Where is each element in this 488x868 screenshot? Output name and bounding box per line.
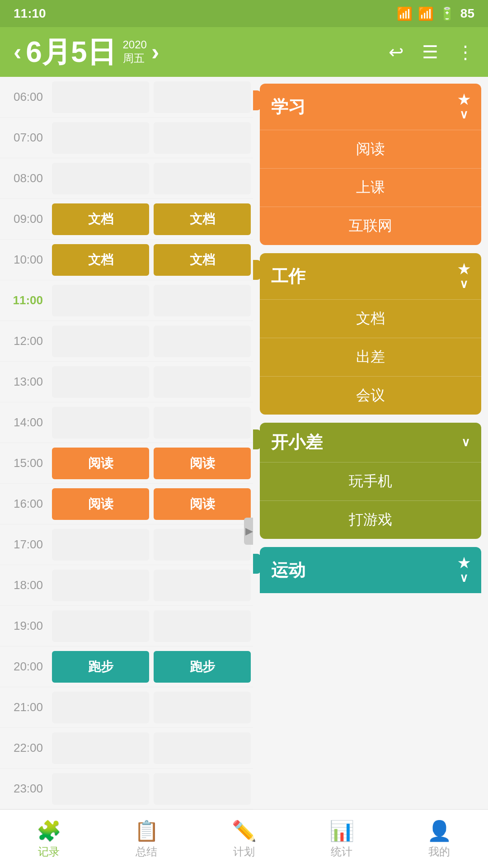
category-item[interactable]: 文档 [260, 299, 481, 338]
time-col2[interactable] [154, 773, 251, 805]
time-row: 08:00 [0, 158, 253, 199]
scroll-arrow[interactable]: ▶▶ [244, 518, 253, 545]
time-col2[interactable] [154, 122, 251, 154]
time-col1[interactable] [52, 163, 149, 194]
time-col1[interactable] [52, 529, 149, 561]
star-icon[interactable]: ★ [458, 261, 470, 277]
time-label: 12:00 [0, 334, 50, 348]
nav-item-record[interactable]: 🧩记录 [0, 819, 98, 859]
time-col2[interactable] [154, 163, 251, 194]
category-item[interactable]: 打游戏 [260, 500, 481, 539]
time-row: 15:00阅读阅读 [0, 443, 253, 484]
nav-label-summary: 总结 [136, 844, 157, 859]
menu-icon[interactable]: ☰ [422, 42, 438, 62]
time-col2[interactable]: 文档 [154, 203, 251, 235]
time-row: 13:00 [0, 362, 253, 402]
time-col2[interactable]: 阅读 [154, 448, 251, 479]
more-icon[interactable]: ⋮ [456, 42, 474, 62]
time-col1[interactable] [52, 326, 149, 357]
nav-item-profile[interactable]: 👤我的 [390, 819, 488, 859]
category-items: 玩手机打游戏 [260, 462, 481, 539]
time-label: 07:00 [0, 131, 50, 145]
time-col1[interactable]: 阅读 [52, 488, 149, 520]
category-header-slack[interactable]: 开小差∨ [260, 423, 481, 462]
category-name: 开小差 [271, 431, 323, 454]
category-item[interactable]: 互联网 [260, 207, 481, 245]
time-label: 15:00 [0, 456, 50, 470]
time-col1[interactable] [52, 732, 149, 764]
signal-icon: 📶 [418, 6, 434, 21]
year-week: 2020 周五 [123, 38, 147, 66]
time-row: 07:00 [0, 118, 253, 158]
calendar-side: 06:0007:0008:0009:00文档文档10:00文档文档11:0012… [0, 77, 253, 809]
header: ‹ 6月5日 2020 周五 › ↩ ☰ ⋮ [0, 27, 488, 77]
time-col1[interactable] [52, 773, 149, 805]
app-wrapper: 11:10 📶 📶 🔋 85 ‹ 6月5日 2020 周五 › ↩ ☰ ⋮ [0, 0, 488, 868]
time-col2[interactable] [154, 81, 251, 113]
category-header-work[interactable]: 工作★∨ [260, 253, 481, 299]
time-col1[interactable] [52, 285, 149, 316]
nav-label-profile: 我的 [428, 844, 450, 859]
nav-icon-stats: 📊 [329, 819, 354, 843]
time-col2[interactable] [154, 570, 251, 601]
time-col1[interactable] [52, 122, 149, 154]
category-item[interactable]: 玩手机 [260, 462, 481, 500]
time-row: 16:00阅读阅读 [0, 484, 253, 524]
time-row: 06:00 [0, 77, 253, 118]
time-row: 19:00 [0, 606, 253, 646]
time-col2[interactable]: 阅读 [154, 488, 251, 520]
time-col2[interactable]: 文档 [154, 244, 251, 276]
time-col1[interactable] [52, 610, 149, 642]
time-col1[interactable] [52, 81, 149, 113]
time-col2[interactable] [154, 407, 251, 439]
nav-icon-record: 🧩 [37, 819, 61, 843]
time-col2[interactable] [154, 529, 251, 561]
chevron-down-icon[interactable]: ∨ [460, 571, 468, 585]
time-col1[interactable] [52, 692, 149, 723]
time-col1[interactable]: 阅读 [52, 448, 149, 479]
category-item[interactable]: 阅读 [260, 130, 481, 168]
time-col2[interactable] [154, 692, 251, 723]
category-item[interactable]: 上课 [260, 168, 481, 207]
time-col1[interactable] [52, 407, 149, 439]
chevron-down-icon[interactable]: ∨ [460, 277, 468, 291]
time-col1[interactable] [52, 366, 149, 398]
category-item[interactable]: 会议 [260, 376, 481, 415]
time-col1[interactable]: 文档 [52, 203, 149, 235]
nav-item-plan[interactable]: ✏️计划 [195, 819, 293, 859]
nav-item-summary[interactable]: 📋总结 [98, 819, 195, 859]
time-label: 06:00 [0, 90, 50, 104]
time-col2[interactable] [154, 326, 251, 357]
time-row: 21:00 [0, 687, 253, 728]
header-icons: ↩ ☰ ⋮ [389, 42, 474, 62]
category-header-icons: ★∨ [458, 92, 470, 122]
time-label: 16:00 [0, 497, 50, 511]
time-col2[interactable] [154, 732, 251, 764]
category-header-exercise[interactable]: 运动★∨ [260, 547, 481, 593]
time-col2[interactable] [154, 366, 251, 398]
time-row: 17:00 [0, 524, 253, 565]
category-item[interactable]: 出差 [260, 338, 481, 376]
nav-label-stats: 统计 [331, 844, 352, 859]
time-label: 17:00 [0, 538, 50, 552]
time-col1[interactable]: 跑步 [52, 651, 149, 683]
star-icon[interactable]: ★ [458, 555, 470, 571]
star-icon[interactable]: ★ [458, 92, 470, 108]
next-button[interactable]: › [151, 38, 159, 66]
chevron-down-icon[interactable]: ∨ [460, 108, 468, 122]
time-col2[interactable] [154, 285, 251, 316]
nav-item-stats[interactable]: 📊统计 [293, 819, 390, 859]
undo-icon[interactable]: ↩ [389, 42, 404, 62]
chevron-down-icon[interactable]: ∨ [461, 435, 470, 449]
time-col2[interactable] [154, 610, 251, 642]
nav-icon-summary: 📋 [134, 819, 159, 843]
time-col2[interactable]: 跑步 [154, 651, 251, 683]
time-col1[interactable]: 文档 [52, 244, 149, 276]
time-col1[interactable] [52, 570, 149, 601]
status-time: 11:10 [14, 6, 46, 21]
category-group-exercise: 运动★∨ [260, 547, 481, 593]
category-header-study[interactable]: 学习★∨ [260, 84, 481, 130]
time-row: 22:00 [0, 728, 253, 769]
time-row: 09:00文档文档 [0, 199, 253, 240]
prev-button[interactable]: ‹ [14, 38, 21, 66]
